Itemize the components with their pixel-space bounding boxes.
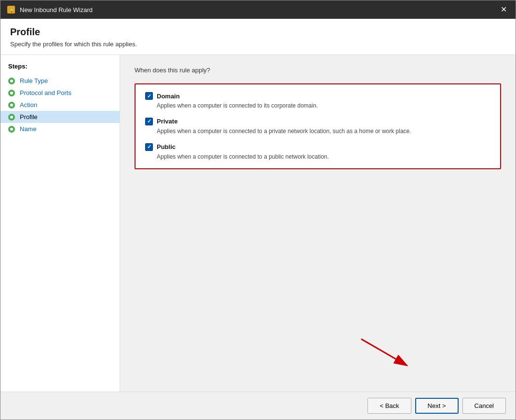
sidebar-item-profile[interactable]: Profile <box>0 111 120 123</box>
private-option: ✓ Private Applies when a computer is con… <box>145 118 490 135</box>
title-bar: 🔒 New Inbound Rule Wizard ✕ <box>0 0 516 19</box>
question-text: When does this rule apply? <box>135 67 501 74</box>
private-description: Applies when a computer is connected to … <box>157 127 490 135</box>
arrow-container <box>135 341 501 380</box>
step-dot-name <box>8 126 15 133</box>
public-header: ✓ Public <box>145 143 490 151</box>
profile-options-box: ✓ Domain Applies when a computer is conn… <box>135 83 501 169</box>
step-dot-protocol-ports <box>8 90 15 96</box>
sidebar-label-name: Name <box>20 125 37 133</box>
sidebar-item-action[interactable]: Action <box>0 99 120 111</box>
sidebar-label-protocol-ports: Protocol and Ports <box>20 89 71 96</box>
next-arrow-icon <box>356 337 414 370</box>
domain-label: Domain <box>157 93 180 100</box>
footer: < Back Next > Cancel <box>0 392 516 420</box>
sidebar: Steps: Rule Type Protocol and Ports Acti… <box>0 55 120 392</box>
window-title: New Inbound Rule Wizard <box>20 6 498 14</box>
steps-label: Steps: <box>0 63 120 75</box>
window-icon: 🔒 <box>6 5 16 14</box>
sidebar-label-rule-type: Rule Type <box>20 77 48 84</box>
page-subtitle: Specify the profiles for which this rule… <box>10 41 506 48</box>
public-checkbox[interactable]: ✓ <box>145 143 153 151</box>
sidebar-item-name[interactable]: Name <box>0 123 120 135</box>
public-option: ✓ Public Applies when a computer is conn… <box>145 143 490 161</box>
domain-option: ✓ Domain Applies when a computer is conn… <box>145 92 490 110</box>
content-area: Steps: Rule Type Protocol and Ports Acti… <box>0 55 516 392</box>
sidebar-label-action: Action <box>20 101 37 108</box>
svg-line-3 <box>361 339 407 366</box>
public-label: Public <box>157 143 176 150</box>
header-section: Profile Specify the profiles for which t… <box>0 19 516 55</box>
sidebar-item-rule-type[interactable]: Rule Type <box>0 75 120 87</box>
domain-header: ✓ Domain <box>145 92 490 100</box>
main-content: When does this rule apply? ✓ Domain Appl… <box>120 55 516 392</box>
cancel-button[interactable]: Cancel <box>462 398 506 414</box>
close-button[interactable]: ✕ <box>498 5 510 14</box>
private-label: Private <box>157 118 177 125</box>
domain-checkbox[interactable]: ✓ <box>145 92 153 100</box>
wizard-window: 🔒 New Inbound Rule Wizard ✕ Profile Spec… <box>0 0 516 420</box>
sidebar-item-protocol-ports[interactable]: Protocol and Ports <box>0 87 120 99</box>
next-button[interactable]: Next > <box>415 398 459 414</box>
step-dot-profile <box>8 114 15 121</box>
step-dot-action <box>8 102 15 108</box>
back-button[interactable]: < Back <box>367 398 411 414</box>
domain-description: Applies when a computer is connected to … <box>157 102 490 110</box>
sidebar-label-profile: Profile <box>20 113 38 121</box>
step-dot-rule-type <box>8 78 15 84</box>
svg-text:🔒: 🔒 <box>8 6 15 14</box>
page-title: Profile <box>10 27 506 38</box>
public-description: Applies when a computer is connected to … <box>157 153 490 161</box>
private-checkbox[interactable]: ✓ <box>145 118 153 125</box>
private-header: ✓ Private <box>145 118 490 125</box>
